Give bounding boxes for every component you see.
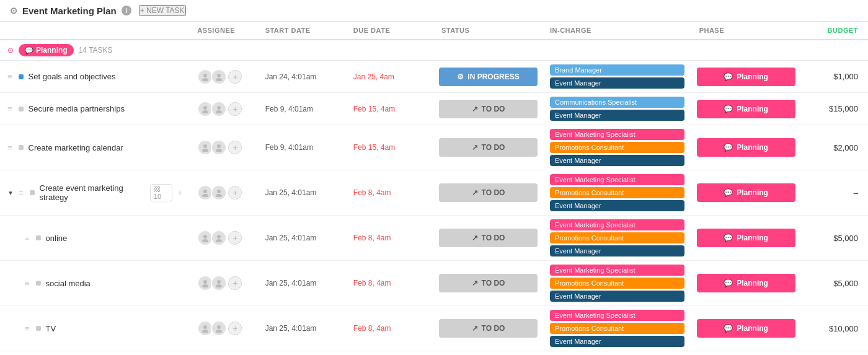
in-charge-cell: Brand ManagerEvent Manager (542, 61, 692, 93)
phase-badge[interactable]: 💬 Planning (697, 319, 795, 338)
in-charge-tag[interactable]: Promotions Consultant (550, 323, 684, 334)
in-charge-tag[interactable]: Event Marketing Specialist (550, 174, 684, 185)
avatar (211, 69, 227, 85)
in-charge-tag[interactable]: Event Manager (550, 200, 684, 211)
col-header-task (0, 22, 190, 40)
in-charge-tag[interactable]: Event Marketing Specialist (550, 219, 684, 230)
status-label: TO DO (482, 188, 505, 197)
svg-point-27 (216, 330, 222, 333)
status-badge-todo[interactable]: ↗ TO DO (439, 183, 538, 202)
svg-point-4 (203, 106, 207, 110)
budget-cell: – (800, 170, 868, 216)
in-charge-tag[interactable]: Event Manager (550, 77, 684, 89)
task-dot (19, 145, 24, 150)
add-assignee-button[interactable]: + (228, 141, 242, 154)
in-charge-tag[interactable]: Event Marketing Specialist (550, 129, 684, 140)
in-charge-tag[interactable]: Promotions Consultant (550, 142, 684, 153)
svg-point-2 (217, 74, 221, 77)
in-charge-tag[interactable]: Promotions Consultant (550, 187, 684, 198)
subtask-count-badge[interactable]: ⛓ 10 (150, 184, 172, 201)
due-date-cell[interactable]: Feb 15, 4am (346, 93, 434, 125)
tasks-table: ASSIGNEE START DATE DUE DATE STATUS IN-C… (0, 22, 868, 351)
avatar (211, 275, 227, 291)
project-title-text: Event Marketing Plan (22, 6, 117, 16)
group-collapse-icon[interactable]: ⊙ (7, 46, 14, 55)
status-badge-in-progress[interactable]: ⚙ IN PROGRESS (439, 68, 538, 86)
add-assignee-button[interactable]: + (228, 322, 242, 335)
in-charge-tag[interactable]: Event Marketing Specialist (550, 310, 684, 321)
due-date-cell[interactable]: Feb 8, 4am (346, 216, 434, 261)
status-icon: ↗ (472, 105, 478, 113)
phase-badge[interactable]: 💬 Planning (697, 138, 795, 157)
task-name-cell: ≡ social media (0, 261, 190, 306)
svg-point-14 (217, 190, 221, 193)
svg-point-22 (217, 280, 221, 284)
task-dot (36, 281, 41, 286)
svg-point-9 (202, 149, 208, 152)
due-date-cell[interactable]: Feb 15, 4am (346, 125, 434, 170)
phase-badge[interactable]: 💬 Planning (697, 183, 795, 202)
phase-badge[interactable]: 💬 Planning (697, 100, 795, 118)
phase-badge[interactable]: 💬 Planning (697, 274, 795, 292)
due-date-cell[interactable]: Feb 8, 4am (346, 170, 434, 216)
col-header-in-charge: IN-CHARGE (542, 22, 692, 40)
phase-cell: 💬 Planning (692, 170, 800, 216)
add-assignee-button[interactable]: + (228, 186, 242, 199)
table-row: ≡ Create marketing calendar + Feb 9, 4:0… (0, 125, 868, 170)
collapse-project-icon[interactable]: ⊙ (10, 6, 17, 15)
in-charge-tag[interactable]: Event Manager (550, 336, 684, 347)
svg-point-19 (216, 239, 222, 242)
assignee-cell: + (190, 61, 257, 93)
phase-label: Planning (737, 143, 768, 152)
task-name-cell: ≡ online (0, 216, 190, 261)
in-charge-tag[interactable]: Event Manager (550, 245, 684, 256)
status-badge-todo[interactable]: ↗ TO DO (439, 274, 538, 292)
svg-point-13 (202, 194, 208, 197)
phase-icon: 💬 (724, 143, 733, 152)
task-name: online (46, 234, 68, 243)
start-date-cell: Feb 9, 4:01am (258, 125, 346, 170)
add-assignee-button[interactable]: + (228, 102, 242, 116)
in-charge-tag[interactable]: Brand Manager (550, 64, 684, 76)
in-charge-cell: Event Marketing SpecialistPromotions Con… (542, 216, 692, 261)
status-badge-todo[interactable]: ↗ TO DO (439, 319, 538, 338)
in-charge-tag[interactable]: Event Manager (550, 110, 684, 121)
table-row: ▼ ≡ Create event marketing strategy ⛓ 10… (0, 170, 868, 216)
status-badge-todo[interactable]: ↗ TO DO (439, 229, 538, 247)
in-charge-tag[interactable]: Event Marketing Specialist (550, 265, 684, 276)
due-date-cell[interactable]: Feb 8, 4am (346, 306, 434, 351)
in-charge-tag[interactable]: Event Manager (550, 155, 684, 166)
group-tag[interactable]: 💬 Planning (19, 44, 74, 56)
task-dot (36, 326, 41, 331)
task-dot (19, 107, 24, 112)
phase-label: Planning (737, 188, 768, 197)
in-charge-tag[interactable]: Event Manager (550, 291, 684, 302)
add-assignee-button[interactable]: + (228, 231, 242, 245)
phase-label: Planning (737, 279, 768, 287)
in-charge-tag[interactable]: Promotions Consultant (550, 278, 684, 289)
in-charge-tag[interactable]: Communications Specialist (550, 97, 684, 108)
phase-badge[interactable]: 💬 Planning (697, 68, 795, 86)
in-charge-tag[interactable]: Promotions Consultant (550, 232, 684, 243)
table-header-row: ASSIGNEE START DATE DUE DATE STATUS IN-C… (0, 22, 868, 40)
svg-point-12 (203, 190, 207, 193)
expand-arrow[interactable]: ▼ (7, 190, 14, 196)
phase-badge[interactable]: 💬 Planning (697, 229, 795, 247)
task-name: Create marketing calendar (29, 143, 123, 152)
budget-cell: $5,000 (800, 261, 868, 306)
task-drag-handle: ≡ (25, 279, 30, 288)
phase-label: Planning (737, 324, 768, 333)
status-badge-todo[interactable]: ↗ TO DO (439, 138, 538, 157)
svg-point-26 (217, 325, 221, 329)
status-badge-todo[interactable]: ↗ TO DO (439, 100, 538, 118)
due-date-cell[interactable]: Feb 8, 4am (346, 261, 434, 306)
due-date-cell[interactable]: Jan 25, 4am (346, 61, 434, 93)
add-assignee-button[interactable]: + (228, 70, 242, 84)
add-assignee-button[interactable]: + (228, 276, 242, 290)
col-header-phase: PHASE (692, 22, 800, 40)
new-task-button[interactable]: + NEW TASK (139, 5, 186, 16)
assignee-cell: + (190, 216, 257, 261)
add-subtask-button[interactable]: + (177, 188, 182, 198)
info-icon[interactable]: i (122, 6, 131, 15)
in-charge-cell: Communications SpecialistEvent Manager (542, 93, 692, 125)
